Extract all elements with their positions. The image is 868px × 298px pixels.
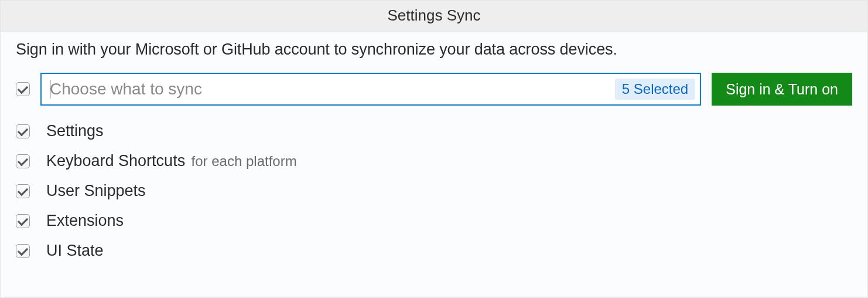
list-item[interactable]: Settings: [16, 122, 852, 140]
input-row: 5 Selected Sign in & Turn on: [16, 73, 852, 106]
dialog-title: Settings Sync: [388, 6, 481, 24]
sign-in-button[interactable]: Sign in & Turn on: [712, 73, 852, 106]
list-item[interactable]: Keyboard Shortcuts for each platform: [16, 152, 852, 170]
dialog-content: Sign in with your Microsoft or GitHub ac…: [1, 32, 867, 297]
option-label: Settings: [46, 122, 104, 140]
dialog-subtitle: Sign in with your Microsoft or GitHub ac…: [16, 40, 852, 59]
settings-sync-dialog: Settings Sync Sign in with your Microsof…: [0, 0, 868, 298]
option-label: Extensions: [46, 212, 124, 229]
selected-count-badge: 5 Selected: [615, 79, 695, 100]
list-item[interactable]: User Snippets: [16, 182, 852, 200]
option-label: UI State: [46, 242, 104, 259]
option-checkbox-settings[interactable]: [16, 124, 30, 138]
option-checkbox-ui-state[interactable]: [16, 244, 30, 258]
option-checkbox-keyboard-shortcuts[interactable]: [16, 154, 30, 168]
option-label: User Snippets: [46, 182, 146, 199]
text-cursor: [50, 80, 50, 99]
dialog-titlebar: Settings Sync: [1, 1, 867, 32]
list-item[interactable]: UI State: [16, 242, 852, 260]
sync-input[interactable]: [50, 74, 615, 104]
option-checkbox-user-snippets[interactable]: [16, 184, 30, 198]
option-label: Keyboard Shortcuts: [46, 152, 185, 170]
list-item[interactable]: Extensions: [16, 212, 852, 230]
sync-input-container: 5 Selected: [40, 73, 701, 106]
select-all-checkbox[interactable]: [16, 82, 30, 96]
option-checkbox-extensions[interactable]: [16, 214, 30, 228]
option-note: for each platform: [192, 153, 297, 169]
